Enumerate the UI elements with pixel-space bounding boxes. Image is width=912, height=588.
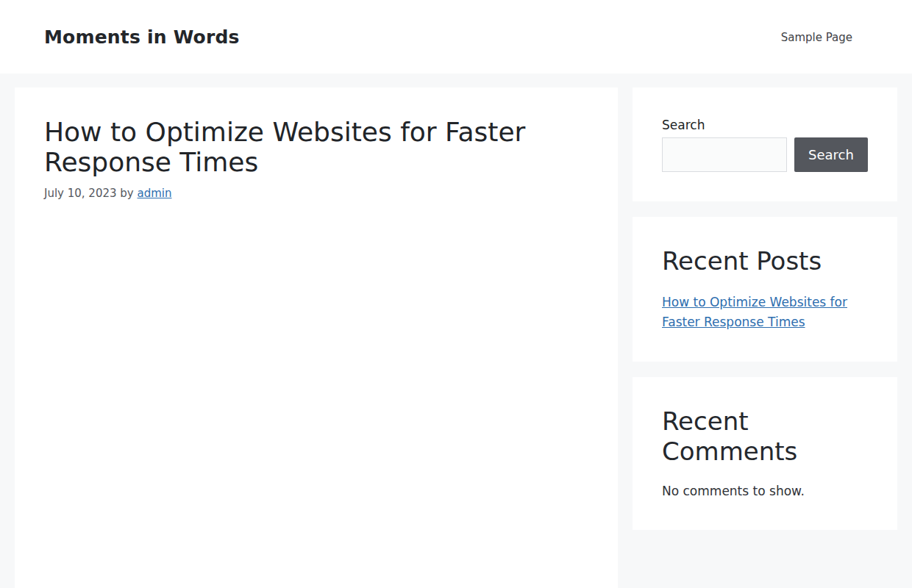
post-article: How to Optimize Websites for Faster Resp… — [44, 117, 588, 200]
post-date: July 10, 2023 — [44, 187, 117, 200]
post-meta: July 10, 2023 by admin — [44, 187, 588, 200]
list-item: How to Optimize Websites for Faster Resp… — [662, 293, 868, 332]
post-title: How to Optimize Websites for Faster Resp… — [44, 117, 566, 178]
nav-item-sample-page[interactable]: Sample Page — [781, 31, 852, 44]
recent-posts-heading: Recent Posts — [662, 246, 868, 276]
recent-post-link[interactable]: How to Optimize Websites for Faster Resp… — [662, 295, 847, 329]
no-comments-text: No comments to show. — [662, 482, 868, 501]
search-button[interactable]: Search — [794, 137, 868, 172]
post-byline-connector: by — [120, 187, 133, 200]
recent-comments-widget: Recent Comments No comments to show. — [633, 377, 897, 531]
post-author-link[interactable]: admin — [138, 187, 172, 200]
search-widget: Search Search — [633, 87, 897, 201]
search-form: Search — [662, 137, 868, 172]
site-header: Moments in Words Sample Page — [0, 0, 912, 74]
recent-posts-list: How to Optimize Websites for Faster Resp… — [662, 293, 868, 332]
recent-comments-heading: Recent Comments — [662, 406, 868, 467]
main-content-card: How to Optimize Websites for Faster Resp… — [15, 87, 618, 588]
sidebar: Search Search Recent Posts How to Optimi… — [633, 87, 897, 588]
site-title-link[interactable]: Moments in Words — [44, 26, 240, 48]
page-content: How to Optimize Websites for Faster Resp… — [0, 74, 912, 588]
search-input[interactable] — [662, 137, 787, 172]
search-label: Search — [662, 117, 868, 133]
recent-posts-widget: Recent Posts How to Optimize Websites fo… — [633, 217, 897, 362]
primary-nav: Sample Page — [781, 30, 852, 44]
